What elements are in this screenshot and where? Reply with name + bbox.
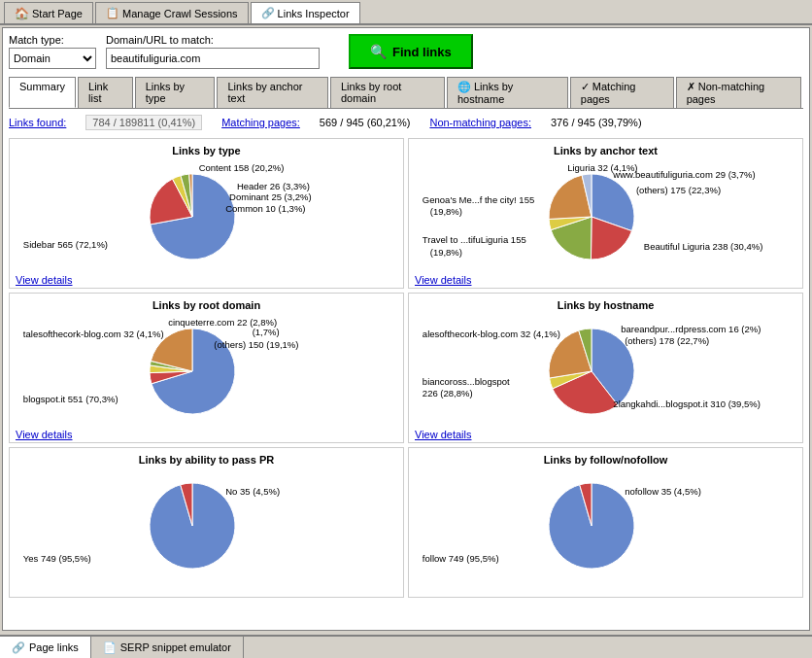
charts-grid: Links by typeContent 158 (20,2%)Header 2… [9, 138, 803, 598]
start-page-icon: 🏠 [15, 7, 29, 20]
links-found-value: 784 / 189811 (0,41%) [85, 115, 202, 130]
chart-title-3: Links by hostname [415, 299, 796, 311]
chart-title-4: Links by ability to pass PR [16, 454, 397, 466]
chart-area-5: follow 749 (95,5%)nofollow 35 (4,5%) [415, 469, 796, 581]
page-links-icon: 🔗 [12, 641, 25, 654]
chart-svg-3 [519, 318, 694, 425]
match-type-label: Match type: [9, 34, 96, 46]
view-details-2[interactable]: View details [16, 429, 397, 440]
tab-summary[interactable]: Summary [9, 77, 76, 108]
matching-tab-icon: ✓ [581, 81, 590, 92]
bottom-tabs: 🔗 Page links 📄 SERP snippet emulator [0, 635, 812, 658]
chart-label: Travel to ...tifuLiguria 155 [423, 234, 526, 245]
links-inspector-icon: 🔗 [261, 7, 275, 19]
chart-title-0: Links by type [16, 145, 397, 156]
tab-links-by-type[interactable]: Links by type [135, 77, 216, 108]
chart-area-3: 2langkahdi...blogspot.it 310 (39,5%)bian… [415, 315, 796, 427]
domain-input[interactable] [106, 48, 320, 69]
bottom-tab-serp[interactable]: 📄 SERP snippet emulator [91, 637, 244, 658]
chart-label: blogspot.it 551 (70,3%) [23, 394, 118, 404]
chart-box-2: Links by root domainblogspot.it 551 (70,… [9, 293, 404, 443]
domain-group: Domain/URL to match: [106, 34, 320, 69]
tab-links-by-root[interactable]: Links by root domain [330, 77, 445, 108]
chart-svg-4 [119, 472, 294, 579]
chart-label: biancoross...blogspot [423, 376, 510, 387]
chart-label: (19,8%) [430, 206, 462, 217]
serp-icon: 📄 [103, 641, 117, 654]
nav-tabs: Summary Link list Links by type Links by… [9, 77, 803, 109]
chart-box-1: Links by anchor textBeautiful Liguria 23… [408, 138, 803, 289]
chart-area-2: blogspot.it 551 (70,3%)talesofthecork-bl… [16, 315, 397, 427]
non-matching-tab-icon: ✗ [687, 81, 695, 92]
chart-box-5: Links by follow/nofollowfollow 749 (95,5… [408, 447, 803, 598]
chart-title-2: Links by root domain [16, 299, 397, 311]
controls-row: Match type: Domain Domain/URL to match: … [9, 34, 803, 69]
tab-link-list[interactable]: Link list [78, 77, 133, 108]
view-details-1[interactable]: View details [415, 274, 796, 286]
match-type-select[interactable]: Domain [9, 48, 96, 69]
chart-label: 226 (28,8%) [423, 388, 473, 398]
bottom-tab-page-links[interactable]: 🔗 Page links [0, 637, 91, 658]
tab-manage-crawl[interactable]: 📋 Manage Crawl Sessions [95, 2, 249, 23]
chart-svg-0 [119, 163, 294, 270]
chart-label: (19,8%) [430, 247, 462, 258]
find-links-icon: 🔍 [370, 44, 387, 59]
matching-pages-link[interactable]: Matching pages: [221, 117, 300, 128]
tab-links-by-hostname[interactable]: 🌐 Links by hostname [447, 77, 568, 108]
chart-label: Sidebar 565 (72,1%) [23, 239, 108, 250]
match-type-group: Match type: Domain [9, 34, 96, 69]
domain-label: Domain/URL to match: [106, 34, 320, 46]
chart-svg-1 [519, 163, 694, 270]
main-area: Match type: Domain Domain/URL to match: … [2, 27, 810, 631]
chart-area-1: Beautiful Liguria 238 (30,4%)Travel to .… [415, 160, 796, 272]
tab-links-by-anchor[interactable]: Links by anchor text [217, 77, 328, 108]
chart-svg-2 [119, 318, 294, 425]
chart-label: follow 749 (95,5%) [423, 553, 499, 564]
chart-svg-5 [519, 472, 694, 579]
chart-box-3: Links by hostname2langkahdi...blogspot.i… [408, 293, 803, 443]
tab-matching-pages[interactable]: ✓ Matching pages [570, 77, 674, 108]
tab-links-inspector[interactable]: 🔗 Links Inspector [251, 2, 360, 23]
tab-non-matching[interactable]: ✗ Non-matching pages [676, 77, 801, 108]
hostname-tab-icon: 🌐 [457, 81, 471, 92]
links-found-link[interactable]: Links found: [9, 117, 66, 128]
stats-row: Links found: 784 / 189811 (0,41%) Matchi… [9, 115, 803, 130]
tab-start-page[interactable]: 🏠 Start Page [4, 2, 93, 23]
view-details-3[interactable]: View details [415, 429, 796, 440]
chart-title-5: Links by follow/nofollow [415, 454, 796, 466]
find-links-button[interactable]: 🔍 Find links [349, 34, 473, 69]
non-matching-link[interactable]: Non-matching pages: [429, 117, 531, 128]
chart-label: Yes 749 (95,5%) [23, 553, 91, 564]
view-details-0[interactable]: View details [16, 274, 397, 286]
chart-box-0: Links by typeContent 158 (20,2%)Header 2… [9, 138, 404, 289]
chart-title-1: Links by anchor text [415, 145, 796, 156]
chart-box-4: Links by ability to pass PRYes 749 (95,5… [9, 447, 404, 598]
manage-crawl-icon: 📋 [106, 7, 119, 19]
chart-area-0: Content 158 (20,2%)Header 26 (3,3%)Domin… [16, 160, 397, 272]
non-matching-value: 376 / 945 (39,79%) [551, 117, 642, 128]
matching-pages-value: 569 / 945 (60,21%) [320, 117, 411, 128]
chart-area-4: Yes 749 (95,5%)No 35 (4,5%) [16, 469, 397, 581]
